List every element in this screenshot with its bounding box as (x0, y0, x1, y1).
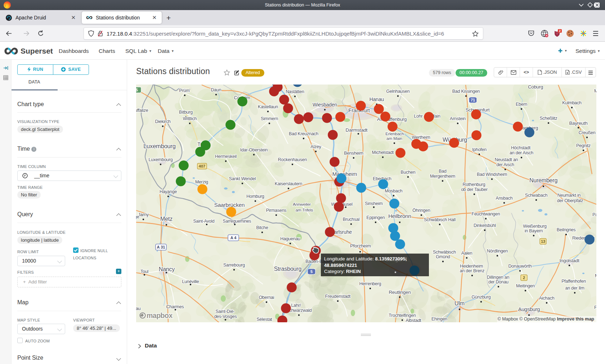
svg-text:Hermeskeil: Hermeskeil (215, 154, 237, 159)
svg-text:Neustadt an: Neustadt an (495, 157, 518, 162)
svg-text:Ebern: Ebern (516, 102, 527, 107)
svg-text:Schwäbisch: Schwäbisch (433, 250, 456, 255)
svg-text:Neumarkt in: Neumarkt in (557, 193, 581, 198)
svg-text:Freising: Freising (594, 305, 596, 310)
svg-text:Mosbach: Mosbach (385, 188, 403, 194)
svg-text:Nördlingen: Nördlingen (487, 249, 508, 254)
svg-text:Hanau: Hanau (369, 96, 384, 102)
svg-text:Hagenau: Hagenau (136, 306, 141, 311)
svg-text:Gelnhausen: Gelnhausen (386, 89, 410, 94)
svg-text:ob der Tauber: ob der Tauber (461, 187, 488, 192)
svg-text:Luxembourg: Luxembourg (143, 143, 176, 149)
svg-text:Simmern: Simmern (261, 116, 278, 121)
svg-text:Dillingen an: Dillingen an (487, 275, 510, 280)
svg-text:Kastellaun: Kastellaun (258, 104, 278, 109)
svg-text:Bitche: Bitche (256, 225, 268, 230)
svg-text:Toul: Toul (140, 269, 148, 274)
svg-text:Bensheim: Bensheim (344, 151, 363, 156)
svg-text:Pforzheim: Pforzheim (350, 243, 371, 249)
svg-text:Prüm: Prüm (179, 88, 190, 93)
svg-text:Saint-Avold: Saint-Avold (193, 219, 215, 224)
svg-text:Beilngries: Beilngries (557, 227, 575, 232)
svg-text:Darmstadt: Darmstadt (346, 127, 368, 133)
svg-text:Rothenburg: Rothenburg (463, 182, 485, 187)
svg-text:der Oberpfalz: der Oberpfalz (557, 198, 583, 203)
svg-text:13: 13 (541, 239, 545, 244)
svg-text:Pirmasens: Pirmasens (266, 208, 287, 213)
svg-text:Kulmbach: Kulmbach (562, 100, 582, 105)
svg-text:Schwabach: Schwabach (525, 193, 548, 198)
svg-text:Charmes: Charmes (166, 304, 184, 309)
svg-text:Nastätten: Nastätten (286, 89, 304, 94)
svg-text:Ansbach: Ansbach (496, 196, 513, 201)
svg-text:Bayreuth: Bayreuth (569, 120, 587, 126)
svg-text:Metz: Metz (160, 216, 172, 222)
svg-text:Gmünd: Gmünd (436, 254, 450, 259)
svg-text:Sinsheim: Sinsheim (365, 201, 382, 206)
svg-text:Creußen: Creußen (579, 130, 596, 135)
svg-text:Luxembourg: Luxembourg (149, 157, 173, 162)
svg-text:an der Ilm: an der Ilm (565, 286, 584, 291)
svg-text:Hagondange: Hagondange (136, 214, 139, 219)
svg-text:Ingolstadt: Ingolstadt (559, 258, 579, 263)
svg-text:Bruchsal: Bruchsal (343, 217, 360, 222)
svg-text:Bad Windsheim: Bad Windsheim (477, 172, 507, 177)
svg-text:Erlenbach: Erlenbach (385, 131, 404, 136)
svg-text:Bad: Bad (439, 169, 447, 174)
svg-text:2: 2 (559, 29, 561, 33)
svg-text:Aichach: Aichach (539, 296, 555, 301)
svg-text:Merzig: Merzig (195, 179, 208, 185)
svg-text:Alzey: Alzey (310, 144, 321, 149)
svg-text:Donauwörth: Donauwörth (508, 264, 532, 269)
svg-text:Freudenstadt: Freudenstadt (325, 294, 351, 299)
svg-text:Günzburg: Günzburg (472, 295, 491, 300)
svg-text:Idar-Oberstein: Idar-Oberstein (240, 147, 268, 153)
svg-text:Lunéville: Lunéville (182, 279, 199, 284)
svg-text:Feuchtwangen: Feuchtwangen (472, 211, 500, 217)
svg-text:Sélestat: Sélestat (256, 317, 272, 322)
svg-text:Bitburg: Bitburg (179, 110, 193, 115)
svg-text:t: t (405, 256, 407, 261)
svg-text:in Bayern: in Bayern (525, 228, 543, 233)
svg-text:Annweiler: Annweiler (293, 202, 311, 207)
svg-text:5: 5 (136, 88, 138, 92)
svg-text:Saint-Dié-: Saint-Dié- (215, 309, 234, 314)
svg-text:A 31: A 31 (157, 245, 165, 249)
svg-text:Ulm: Ulm (454, 300, 465, 306)
svg-text:Pegnitz: Pegnitz (576, 143, 591, 148)
svg-text:Hayange: Hayange (160, 189, 177, 194)
svg-text:an der Aisch: an der Aisch (510, 150, 533, 155)
svg-text:Daun: Daun (211, 87, 221, 92)
svg-text:am Main: am Main (386, 136, 402, 141)
svg-text:Coburg: Coburg (528, 85, 543, 90)
svg-text:am Trifels: am Trifels (295, 208, 313, 213)
svg-text:Arnstein: Arnstein (450, 116, 466, 121)
svg-text:5: 5 (310, 269, 313, 274)
svg-text:Houffalize: Houffalize (136, 108, 148, 113)
svg-text:Schwäbisch Hall: Schwäbisch Hall (424, 217, 456, 222)
svg-text:Bad Kissingen: Bad Kissingen (452, 89, 480, 94)
svg-text:Sarreguemines: Sarreguemines (223, 219, 251, 224)
svg-text:Longitude and Latitude: 8.1359: Longitude and Latitude: 8.1359273095, (324, 256, 407, 261)
svg-text:Mainburg: Mainburg (595, 273, 596, 278)
svg-text:Rockenhausen: Rockenhausen (278, 157, 307, 162)
svg-text:Saarbrücken: Saarbrücken (214, 202, 245, 208)
svg-text:Münchberg: Münchberg (594, 88, 596, 94)
svg-text:Buchen: Buchen (401, 170, 416, 175)
svg-text:71: 71 (471, 98, 475, 102)
svg-text:Strasbourg: Strasbourg (274, 266, 301, 272)
svg-text:Bad Kreuznach: Bad Kreuznach (289, 131, 318, 136)
svg-text:48.8859674221: 48.8859674221 (324, 263, 357, 268)
svg-text:Höchstadt: Höchstadt (511, 145, 531, 150)
svg-text:Öhringen: Öhringen (412, 208, 430, 213)
svg-text:Mergentheim: Mergentheim (430, 174, 455, 179)
svg-text:Parsberg: Parsberg (592, 212, 596, 217)
svg-text:Dinkelsbühl: Dinkelsbühl (474, 223, 496, 228)
svg-text:der Donau: der Donau (488, 279, 508, 285)
svg-text:Herrenberg: Herrenberg (359, 281, 381, 286)
svg-text:Homburg: Homburg (246, 194, 264, 199)
svg-text:an der Brenz: an der Brenz (460, 268, 485, 273)
svg-text:Meitingen: Meitingen (516, 283, 535, 288)
svg-text:Heidenheim: Heidenheim (460, 264, 483, 269)
svg-text:Eppingen: Eppingen (367, 215, 385, 220)
